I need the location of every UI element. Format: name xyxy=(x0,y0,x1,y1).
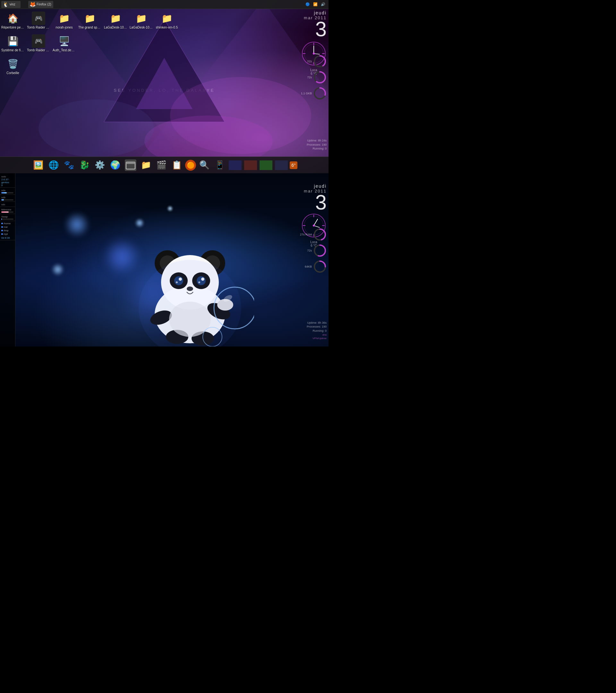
mount-tmp: /tmp xyxy=(0,229,15,232)
running-text-top: Running: 0 xyxy=(307,146,326,151)
panel-app-vinz[interactable]: 🐧 vinz xyxy=(1,1,21,8)
sidebar-memory: Mémoire xyxy=(0,207,15,214)
icon-row-2: 💾 Système de fichiers 🎮 Tomb Raider - An… xyxy=(1,33,178,53)
mount-home: /home xyxy=(0,222,15,225)
svg-text:🎮: 🎮 xyxy=(35,15,43,22)
icon-grand-space[interactable]: 📁 The grand space c... xyxy=(78,10,101,31)
dock-item-num[interactable]: 6° xyxy=(290,161,297,169)
icon-label: Auth_Test.desktop xyxy=(53,48,76,52)
sidebar-kernel: 2.6.37-gentoo xyxy=(1,178,14,184)
system-info-top: Uptime: 8h 24s Processes: 190 Running: 0 xyxy=(307,139,326,151)
dock-item-clapper[interactable]: 🎬 xyxy=(154,158,168,172)
dock-item-folder[interactable]: 📁 xyxy=(139,158,153,172)
top-panel: 🐧 vinz 🦊 Firefox (2) 🔵 📶 🔊 xyxy=(0,0,329,9)
icon-auth-test[interactable]: 🖥️ Auth_Test.desktop xyxy=(53,33,76,53)
dock-item-thumb3[interactable] xyxy=(259,158,273,172)
sidebar-uptime-section: 0d 8:36 xyxy=(0,236,15,240)
svg-point-58 xyxy=(139,260,241,346)
panda-art xyxy=(126,212,254,346)
bluetooth-icon[interactable]: 🔵 xyxy=(305,2,311,7)
sidebar-disk-sdb: sdb xyxy=(0,195,15,202)
panel-app-firefox-label: Firefox (2) xyxy=(37,3,51,6)
icon-label: Tomb Raider - Anni... xyxy=(27,48,50,52)
sidebar-pid: 0 xyxy=(1,184,14,187)
dock-item-4[interactable]: 🐉 xyxy=(77,158,92,172)
dock-item-settings[interactable]: ⚙️ xyxy=(93,158,107,172)
mount-var: /var xyxy=(0,225,15,229)
mount-dot-home xyxy=(1,223,3,224)
screen-top: SEE YONDER, LO, THE GALAXYE 🐧 vinz 🦊 Fir… xyxy=(0,0,329,173)
panel-app-firefox[interactable]: 🦊 Firefox (2) xyxy=(28,1,53,8)
gauge-label-3: 1.1 GKB xyxy=(301,92,312,95)
dock-item-1[interactable]: 🖼️ xyxy=(31,158,45,172)
volume-icon[interactable]: 🔊 xyxy=(320,2,326,7)
orb-small-3 xyxy=(167,205,173,212)
mount-opt-label: /opt xyxy=(3,233,8,236)
clock-date-top: 3 xyxy=(301,19,326,39)
sidebar-swap: Swap xyxy=(0,215,15,221)
icon-lagadesk-102[interactable]: 📁 LaGaDesk-102-Suite xyxy=(104,10,127,31)
panel-app-label: vinz xyxy=(9,3,15,6)
system-info-bottom: Uptime: 8h 36s Processes: 190 Running: 0… xyxy=(307,321,326,340)
icon-shinken[interactable]: 📁 shinken-vm-0.5 xyxy=(155,10,178,31)
dock-item-notes[interactable]: 📋 xyxy=(170,158,184,172)
dock-item-thumb1[interactable] xyxy=(228,158,242,172)
dock: 🖼️ 🌐 🐾 🐉 ⚙️ 🌍 📁 🎬 📋 🟠 🔍 📱 6° xyxy=(0,157,329,173)
gauges-bottom: 27s RAM 72s 64KB xyxy=(300,228,326,273)
sdc-label: sdc xyxy=(1,203,14,206)
disk-icon: 💾 xyxy=(6,34,20,48)
sidebar-title-section: solo 2.6.37-gentoo 0 xyxy=(0,175,15,188)
icon-label: The grand space c... xyxy=(78,26,101,29)
icon-lagadesk-101[interactable]: 📁 LaGaDesk-101-Suite xyxy=(130,10,153,31)
gauge-label-b3: 64KB xyxy=(305,265,312,268)
dock-item-orange[interactable]: 🟠 xyxy=(185,160,196,171)
gauge-row-b1: 27s RAM xyxy=(300,228,326,241)
memory-label: Mémoire xyxy=(1,208,14,211)
dock-item-thumb4[interactable] xyxy=(274,158,289,172)
clock-day-bottom: jeudi xyxy=(301,183,326,189)
gauge-circle-b2 xyxy=(313,244,326,257)
gauge-label-1: 22s xyxy=(307,60,312,63)
icon-corbeille[interactable]: 🗑️ Corbeille xyxy=(1,56,24,76)
sdb-label: sdb xyxy=(1,196,14,199)
panel-app-icon: 🐧 xyxy=(3,2,8,7)
clock-date-bottom: 3 xyxy=(301,192,326,213)
icon-label: Corbeille xyxy=(6,71,19,75)
icon-label: LaGaDesk-101-Suite xyxy=(130,26,153,29)
dock-item-finder[interactable] xyxy=(123,158,138,172)
processes-text-top: Processes: 190 xyxy=(307,143,326,147)
gauge-circle-2 xyxy=(313,71,326,84)
mount-dot-tmp xyxy=(1,230,3,231)
dock-item-3[interactable]: 🐾 xyxy=(62,158,76,172)
folder-icon-2: 📁 xyxy=(83,12,97,25)
swap-label: Swap xyxy=(1,215,14,218)
icon-label: Système de fichiers xyxy=(1,48,24,52)
icon-tombraider-anni[interactable]: 🎮 Tomb Raider - Anni... xyxy=(27,33,50,53)
firefox-icon: 🦊 xyxy=(30,2,35,7)
trash-icon: 🗑️ xyxy=(6,57,20,71)
dock-item-thumb2[interactable] xyxy=(243,158,258,172)
icon-norah-jones[interactable]: 📁 norah-jones xyxy=(53,10,76,31)
mount-dot-var xyxy=(1,226,3,228)
network-icon[interactable]: 📶 xyxy=(313,2,318,7)
uptime-text-bottom: Uptime: 8h 36s xyxy=(307,321,326,325)
gauge-row-1: 22s xyxy=(307,55,326,68)
icon-systeme-fichiers[interactable]: 💾 Système de fichiers xyxy=(1,33,24,53)
folder-icon-3: 📁 xyxy=(109,12,122,25)
gauge-row-2: 72s xyxy=(307,71,326,84)
icon-label: norah-jones xyxy=(56,26,73,29)
gauge-circle-b1 xyxy=(313,228,326,241)
dock-item-search[interactable]: 🔍 xyxy=(197,158,212,172)
svg-text:🎮: 🎮 xyxy=(35,37,43,45)
icon-tombraider-lege[interactable]: 🎮 Tomb Raider - Lege... xyxy=(27,10,50,31)
dock-item-tablet[interactable]: 📱 xyxy=(213,158,227,172)
svg-point-67 xyxy=(313,224,315,226)
dock-item-2[interactable]: 🌐 xyxy=(46,158,61,172)
dock-item-globe[interactable]: 🌍 xyxy=(108,158,122,172)
panel-apps: 🐧 vinz 🦊 Firefox (2) xyxy=(0,1,55,8)
folder-icon-5: 📁 xyxy=(160,12,174,25)
icon-repertoire[interactable]: 🏠 Répertoire personnel xyxy=(1,10,24,31)
icon-label: Répertoire personnel xyxy=(1,26,24,29)
icon-label: Tomb Raider - Lege... xyxy=(27,26,50,29)
game-icon: 🎮 xyxy=(32,12,45,25)
